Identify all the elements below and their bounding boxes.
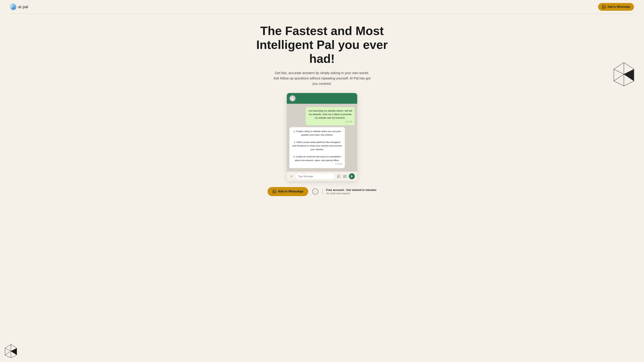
chat-user-message: I am launching my website where I will s…: [306, 107, 354, 125]
brand-name: ai pal: [18, 4, 28, 9]
chat-bot-time: 6:16 PM: [292, 163, 342, 166]
chat-body: I am launching my website where I will s…: [287, 104, 357, 171]
svg-point-14: [344, 176, 346, 177]
chat-send-button[interactable]: [349, 173, 355, 179]
cta-info-secondary: No credit card required: [326, 192, 350, 195]
camera-icon: [343, 175, 346, 178]
svg-marker-10: [614, 74, 624, 86]
svg-marker-16: [5, 345, 17, 358]
cta-row: Add to WhatsApp ↓ Free account - Get sta…: [268, 187, 376, 196]
chat-camera-button[interactable]: [342, 174, 347, 179]
whatsapp-icon: [602, 5, 606, 9]
svg-marker-22: [5, 348, 11, 355]
svg-marker-18: [5, 345, 11, 351]
logo-circle-icon: [10, 4, 16, 10]
chat-input-bar: +: [287, 171, 357, 181]
bot-avatar-icon: [291, 96, 294, 100]
svg-marker-9: [624, 74, 634, 86]
svg-marker-20: [11, 351, 17, 358]
chat-bot-message: 1. Create a blog or website where you ca…: [290, 127, 345, 168]
navbar: ai pal Add to WhatsApp: [0, 0, 644, 14]
svg-marker-15: [351, 175, 353, 177]
svg-marker-7: [614, 62, 624, 74]
chat-user-time: 6:15 PM: [308, 120, 352, 123]
hero-title: The Fastest and Most Intelligent Pal you…: [246, 24, 398, 65]
svg-marker-21: [5, 351, 11, 358]
chat-header: [287, 93, 357, 104]
chat-icon-group: [336, 174, 347, 179]
cta-info-primary: Free account - Get started in minutes: [326, 188, 376, 192]
logo: ai pal: [10, 4, 28, 10]
cta-whatsapp-icon: [272, 190, 276, 193]
chat-sticker-button[interactable]: [336, 174, 341, 179]
cta-add-whatsapp-button[interactable]: Add to WhatsApp: [268, 187, 308, 196]
chat-avatar: [290, 95, 296, 101]
cta-arrow-icon: ↓: [312, 189, 318, 195]
svg-marker-5: [614, 62, 634, 86]
chat-add-button[interactable]: +: [289, 174, 294, 179]
chat-bot-text: 1. Create a blog or website where you ca…: [292, 130, 342, 162]
chat-mockup: I am launching my website where I will s…: [287, 93, 357, 181]
svg-marker-19: [11, 348, 17, 355]
gem-decoration-left: [3, 344, 18, 359]
chat-user-text: I am launching my website where I will s…: [308, 109, 352, 119]
svg-marker-11: [614, 69, 624, 81]
chat-input[interactable]: [296, 174, 335, 179]
navbar-add-whatsapp-button[interactable]: Add to WhatsApp: [598, 3, 634, 11]
sticker-icon: [337, 175, 340, 178]
send-icon: [350, 175, 353, 178]
hero-subtitle: Get fast, accurate answers by simply ask…: [272, 70, 372, 86]
svg-marker-8: [624, 69, 634, 81]
cta-button-label: Add to WhatsApp: [278, 190, 303, 193]
svg-marker-6: [624, 62, 634, 74]
logo-icon: [10, 4, 16, 10]
navbar-add-whatsapp-label: Add to WhatsApp: [608, 5, 630, 8]
hero-section: The Fastest and Most Intelligent Pal you…: [0, 14, 644, 203]
svg-point-12: [292, 97, 293, 98]
cta-info: Free account - Get started in minutes No…: [322, 188, 376, 195]
svg-marker-17: [11, 345, 17, 351]
svg-point-4: [12, 6, 14, 8]
gem-decoration-right: [610, 61, 637, 88]
